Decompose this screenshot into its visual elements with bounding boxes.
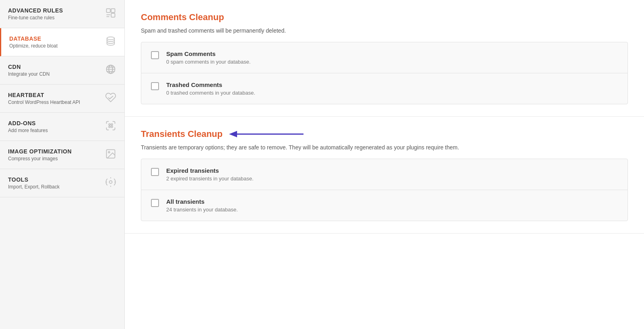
transients-cleanup-description: Transients are temporary options; they a… — [141, 144, 628, 151]
sidebar-item-advanced-rules-title: ADVANCED RULES — [8, 7, 105, 14]
svg-rect-12 — [109, 126, 110, 128]
all-transients-label: All transients — [166, 198, 238, 205]
spam-comments-desc: 0 spam comments in your database. — [166, 59, 251, 65]
svg-marker-18 — [229, 131, 237, 137]
sidebar-item-addons-title: ADD-ONS — [8, 120, 105, 126]
transients-options-box: Expired transients 2 expired transients … — [141, 159, 628, 221]
expired-transients-desc: 2 expired transients in your database. — [166, 176, 254, 182]
heartbeat-icon — [105, 92, 116, 105]
sidebar-item-database-subtitle: Optimize, reduce bloat — [9, 43, 105, 49]
expired-transients-row: Expired transients 2 expired transients … — [141, 159, 627, 190]
sidebar-item-advanced-rules[interactable]: ADVANCED RULES Fine-tune cache rules — [0, 0, 124, 28]
comments-cleanup-title: Comments Cleanup — [141, 12, 628, 23]
svg-rect-11 — [111, 124, 113, 125]
trashed-comments-desc: 0 trashed comments in your database. — [166, 90, 255, 96]
spam-comments-row: Spam Comments 0 spam comments in your da… — [141, 42, 627, 73]
svg-rect-10 — [109, 124, 110, 125]
addons-icon — [105, 120, 116, 133]
sidebar-item-cdn-subtitle: Integrate your CDN — [8, 71, 105, 77]
sidebar-item-advanced-rules-subtitle: Fine-tune cache rules — [8, 15, 105, 21]
svg-rect-0 — [107, 9, 110, 12]
sidebar-item-tools-title: TOOLS — [8, 176, 105, 183]
trashed-comments-checkbox[interactable] — [151, 82, 159, 90]
svg-point-16 — [109, 181, 112, 184]
all-transients-desc: 24 transients in your database. — [166, 207, 238, 213]
trashed-comments-label: Trashed Comments — [166, 81, 255, 88]
svg-rect-13 — [111, 126, 113, 128]
spam-comments-checkbox[interactable] — [151, 51, 159, 59]
spam-comments-label: Spam Comments — [166, 50, 251, 57]
sidebar-item-database-title: DATABASE — [9, 35, 105, 42]
all-transients-checkbox[interactable] — [151, 199, 159, 207]
tools-icon — [105, 176, 116, 190]
rules-icon — [105, 7, 116, 21]
sidebar-item-tools-subtitle: Import, Export, Rollback — [8, 184, 105, 190]
sidebar-item-image-optimization[interactable]: IMAGE OPTIMIZATION Compress your images — [0, 141, 124, 169]
svg-point-5 — [107, 37, 115, 40]
sidebar-item-addons[interactable]: ADD-ONS Add more features — [0, 113, 124, 141]
svg-rect-1 — [111, 9, 115, 12]
sidebar-item-cdn-title: CDN — [8, 64, 105, 70]
database-icon — [105, 35, 116, 49]
sidebar: ADVANCED RULES Fine-tune cache rules DAT… — [0, 0, 125, 329]
sidebar-item-addons-subtitle: Add more features — [8, 128, 105, 133]
trashed-comments-row: Trashed Comments 0 trashed comments in y… — [141, 73, 627, 104]
sidebar-item-heartbeat-title: HEARTBEAT — [8, 92, 105, 98]
comments-options-box: Spam Comments 0 spam comments in your da… — [141, 42, 628, 104]
sidebar-item-heartbeat-subtitle: Control WordPress Heartbeat API — [8, 99, 105, 105]
sidebar-item-image-optimization-title: IMAGE OPTIMIZATION — [8, 148, 105, 155]
comments-cleanup-section: Comments Cleanup Spam and trashed commen… — [125, 0, 644, 117]
sidebar-item-cdn[interactable]: CDN Integrate your CDN — [0, 56, 124, 85]
cdn-icon — [105, 64, 116, 77]
transients-cleanup-title: Transients Cleanup — [141, 129, 223, 139]
expired-transients-checkbox[interactable] — [151, 168, 159, 176]
svg-point-15 — [108, 151, 110, 153]
image-optimization-icon — [105, 148, 116, 161]
all-transients-row: All transients 24 transients in your dat… — [141, 190, 627, 221]
main-content: Comments Cleanup Spam and trashed commen… — [125, 0, 644, 329]
sidebar-item-tools[interactable]: TOOLS Import, Export, Rollback — [0, 169, 124, 197]
expired-transients-label: Expired transients — [166, 167, 254, 174]
transients-cleanup-section: Transients Cleanup Transients are tempor… — [125, 117, 644, 234]
arrow-svg — [229, 131, 305, 137]
transients-title-row: Transients Cleanup — [141, 129, 628, 139]
sidebar-item-image-optimization-subtitle: Compress your images — [8, 156, 105, 161]
sidebar-item-database[interactable]: DATABASE Optimize, reduce bloat — [0, 28, 124, 56]
sidebar-item-heartbeat[interactable]: HEARTBEAT Control WordPress Heartbeat AP… — [0, 85, 124, 113]
svg-rect-4 — [111, 13, 115, 17]
arrow-graphic — [229, 131, 305, 137]
comments-cleanup-description: Spam and trashed comments will be perman… — [141, 27, 628, 34]
arrow-annotation — [229, 131, 305, 137]
